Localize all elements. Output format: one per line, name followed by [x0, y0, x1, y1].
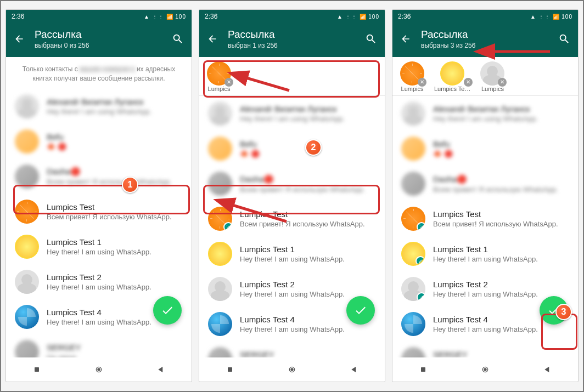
confirm-fab[interactable] [540, 296, 568, 325]
broadcast-info: Только контакты с вашим номером в их адр… [6, 57, 192, 89]
status-icons: ▲ ⋮⋮ 📶 100 [144, 14, 186, 20]
confirm-fab[interactable] [153, 296, 182, 325]
back-icon[interactable] [207, 33, 218, 44]
chip-lumpics[interactable]: ✕ Lumpics [207, 61, 231, 92]
header-title: Рассылка [228, 29, 355, 41]
contact-lumpics-test[interactable]: Lumpics Test Всем привет! Я использую Wh… [6, 194, 192, 229]
chip-lumpics[interactable]: ✕ Lumpics [400, 61, 424, 92]
nav-back-icon[interactable] [543, 365, 552, 374]
avatar-lemon-icon [15, 235, 39, 259]
status-bar: 2:36 ▲ ⋮⋮ 📶 100 [199, 10, 385, 23]
header-title: Рассылка [421, 29, 548, 41]
app-header: Рассылка выбран 1 из 256 [199, 23, 385, 57]
contact-lumpics-test-1[interactable]: Lumpics Test 1 Hey there! I am using Wha… [6, 229, 192, 264]
contact-name: Lumpics Test 2 [47, 272, 183, 282]
status-icons: ▲ ⋮⋮ 📶 100 [530, 14, 572, 20]
phone-screen-2: 2:36 ▲ ⋮⋮ 📶 100 Рассылка выбран 1 из 256… [199, 9, 385, 382]
nav-home-icon[interactable] [288, 365, 296, 374]
avatar-orange-icon: ✓ [208, 207, 232, 231]
header-subtitle: выбраны 0 из 256 [35, 42, 162, 49]
contact-name: Lumpics Test 2 [433, 280, 569, 289]
chip-remove-icon[interactable]: ✕ [498, 78, 507, 87]
avatar-lemon-icon [440, 61, 464, 86]
selected-check-icon: ✓ [415, 256, 425, 266]
nav-home-icon[interactable] [481, 365, 490, 374]
svg-rect-3 [228, 367, 232, 372]
avatar-orange-icon [15, 200, 39, 224]
nav-bar [392, 357, 578, 382]
chip-remove-icon[interactable]: ✕ [418, 78, 426, 87]
contact-lumpics-test[interactable]: ✓ Lumpics TestВсем привет! Я использую W… [392, 201, 578, 236]
search-icon[interactable] [365, 33, 377, 45]
header-title: Рассылка [35, 29, 162, 41]
list-item[interactable]: SERGEYНа связи [6, 334, 192, 357]
svg-rect-6 [421, 367, 425, 372]
avatar-globe-icon [208, 312, 232, 336]
header-text: Рассылка выбраны 0 из 256 [35, 29, 162, 49]
list-item[interactable]: SERGEYНа связи [392, 342, 578, 357]
status-icons: ▲ ⋮⋮ 📶 100 [337, 14, 379, 20]
nav-home-icon[interactable] [94, 365, 103, 374]
status-time: 2:36 [398, 13, 411, 20]
chip-remove-icon[interactable]: ✕ [464, 78, 473, 87]
list-item[interactable]: Befu🍁 🔴 [6, 124, 192, 159]
list-item[interactable]: Dasha🔴Всем привет! Я использую WhatsApp. [392, 166, 578, 201]
header-text: Рассылка выбраны 3 из 256 [421, 29, 548, 49]
nav-recent-icon[interactable] [32, 365, 41, 374]
contact-name: Lumpics Test 1 [47, 237, 183, 247]
status-time: 2:36 [205, 13, 217, 20]
contact-lumpics-test-1[interactable]: Lumpics Test 1Hey there! I am using What… [199, 236, 385, 271]
nav-bar [6, 357, 192, 382]
chip-lumpics-blank[interactable]: ✕ Lumpics [480, 61, 504, 92]
nav-recent-icon[interactable] [226, 365, 234, 374]
list-item[interactable]: Alexandr Визитки ЛуганскHey there! I am … [392, 96, 578, 131]
search-icon[interactable] [558, 33, 570, 45]
chip-label: Lumpics Te… [434, 86, 470, 92]
list-item[interactable]: Dasha🔴Всем привет! Я использую WhatsApp. [199, 166, 385, 201]
list-item[interactable]: Dasha🔴Всем привет! Я использую WhatsApp. [6, 159, 192, 194]
contact-name: Lumpics Test [47, 202, 183, 212]
chip-label: Lumpics [208, 86, 231, 92]
svg-point-5 [291, 368, 293, 371]
contact-status: Hey there! I am using WhatsApp. [47, 283, 183, 291]
contact-status: Всем привет! Я использую WhatsApp. [47, 213, 183, 221]
selected-chips: ✕ Lumpics [199, 57, 385, 95]
selected-check-icon: ✓ [417, 222, 425, 231]
app-header: Рассылка выбраны 0 из 256 [6, 23, 192, 57]
nav-back-icon[interactable] [350, 365, 358, 374]
avatar-orange-icon: ✓ [401, 207, 425, 231]
contact-status: Hey there! I am using WhatsApp. [433, 325, 569, 333]
contact-lumpics-test-1[interactable]: ✓ Lumpics Test 1Hey there! I am using Wh… [392, 236, 578, 271]
avatar-blank-icon: ✓ [401, 277, 425, 301]
app-header: Рассылка выбраны 3 из 256 [392, 23, 578, 57]
nav-bar [199, 357, 385, 382]
back-icon[interactable] [400, 33, 411, 44]
avatar-lemon-icon [208, 242, 232, 266]
list-item[interactable]: Alexandr Визитки ЛуганскHey there! I am … [199, 96, 385, 131]
list-item[interactable]: Alexandr Визитки ЛуганскHey there! I am … [6, 89, 192, 124]
contact-name: Lumpics Test [240, 209, 376, 219]
contact-status: Всем привет! Я использую WhatsApp. [433, 220, 569, 228]
avatar-lemon-icon: ✓ [401, 242, 425, 266]
selected-check-icon: ✓ [417, 292, 425, 301]
contact-name: Lumpics Test 1 [433, 245, 569, 254]
contact-status: Всем привет! Я использую WhatsApp. [240, 220, 376, 228]
contact-status: Hey there! I am using WhatsApp. [47, 248, 183, 256]
nav-recent-icon[interactable] [419, 365, 428, 374]
list-item[interactable]: Befu🍁 🔴 [392, 131, 578, 166]
header-subtitle: выбраны 3 из 256 [421, 42, 548, 49]
confirm-fab[interactable] [346, 296, 375, 325]
contact-name: Lumpics Test 2 [240, 280, 376, 289]
phone-screen-3: 2:36 ▲ ⋮⋮ 📶 100 Рассылка выбраны 3 из 25… [392, 9, 579, 382]
nav-back-icon[interactable] [156, 365, 165, 374]
avatar-blank-icon [15, 270, 39, 294]
status-time: 2:36 [12, 13, 24, 20]
list-item[interactable]: SERGEYНа связи [199, 342, 385, 357]
contact-lumpics-test[interactable]: ✓ Lumpics Test Всем привет! Я использую … [199, 201, 385, 236]
list-item[interactable]: Befu🍁 🔴 [199, 131, 385, 166]
contact-lumpics-test-2[interactable]: Lumpics Test 2 Hey there! I am using Wha… [6, 264, 192, 299]
chip-lumpics-te[interactable]: ✕ Lumpics Te… [434, 61, 470, 92]
chip-remove-icon[interactable]: ✕ [224, 78, 233, 87]
back-icon[interactable] [14, 33, 25, 44]
search-icon[interactable] [172, 33, 184, 45]
